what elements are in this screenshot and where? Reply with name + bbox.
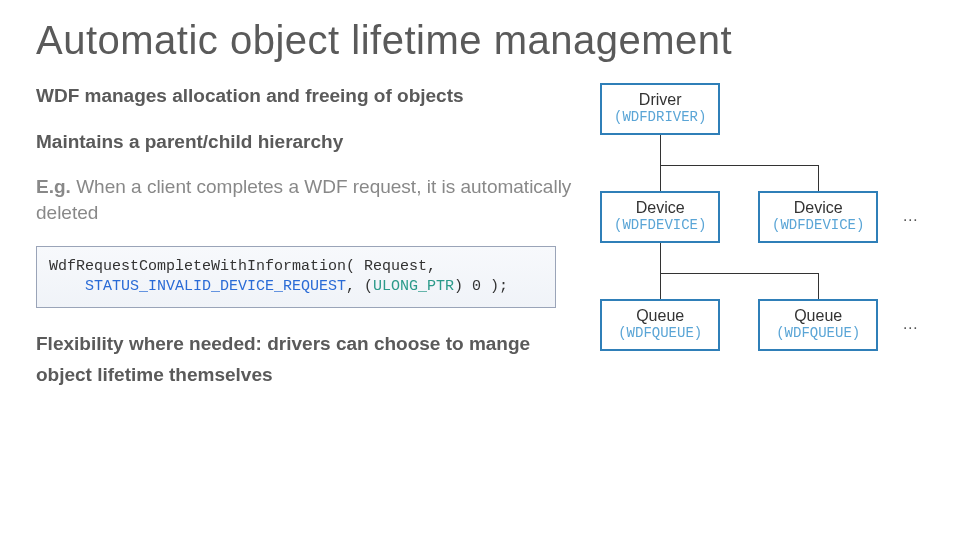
node-queue-1-label: Queue: [610, 307, 710, 325]
diagram: Driver (WDFDRIVER) Device (WDFDEVICE) De…: [580, 83, 943, 391]
left-column: WDF manages allocation and freeing of ob…: [36, 83, 580, 391]
node-queue-1-sub: (WDFQUEUE): [610, 325, 710, 341]
node-device-1: Device (WDFDEVICE): [600, 191, 720, 243]
node-queue-2-sub: (WDFQUEUE): [768, 325, 868, 341]
bullet-example: E.g. When a client completes a WDF reque…: [36, 174, 580, 225]
node-queue-2-label: Queue: [768, 307, 868, 325]
code-tail: ) 0 );: [454, 278, 508, 295]
node-device-2: Device (WDFDEVICE): [758, 191, 878, 243]
code-type: ULONG_PTR: [373, 278, 454, 295]
bullet-eg-prefix: E.g.: [36, 176, 76, 197]
bullet-wdf-manages: WDF manages allocation and freeing of ob…: [36, 83, 580, 109]
connector: [660, 135, 661, 165]
node-device-1-sub: (WDFDEVICE): [610, 217, 710, 233]
code-line1: WdfRequestCompleteWithInformation( Reque…: [49, 258, 436, 275]
slide-title: Automatic object lifetime management: [36, 18, 943, 63]
connector: [818, 273, 819, 299]
bullet-hierarchy: Maintains a parent/child hierarchy: [36, 129, 580, 155]
connector: [660, 273, 818, 274]
connector: [660, 243, 661, 273]
bullet-eg-body: When a client completes a WDF request, i…: [36, 176, 571, 223]
code-status-const: STATUS_INVALID_DEVICE_REQUEST: [85, 278, 346, 295]
code-indent: [49, 278, 85, 295]
connector: [818, 165, 819, 191]
content-row: WDF manages allocation and freeing of ob…: [36, 83, 943, 391]
node-driver: Driver (WDFDRIVER): [600, 83, 720, 135]
node-driver-sub: (WDFDRIVER): [610, 109, 710, 125]
node-device-2-sub: (WDFDEVICE): [768, 217, 868, 233]
node-driver-label: Driver: [610, 91, 710, 109]
ellipsis-queues: …: [902, 315, 918, 333]
ellipsis-devices: …: [902, 207, 918, 225]
node-queue-2: Queue (WDFQUEUE): [758, 299, 878, 351]
connector: [660, 273, 661, 299]
slide: Automatic object lifetime management WDF…: [0, 0, 979, 551]
connector: [660, 165, 818, 166]
node-device-2-label: Device: [768, 199, 868, 217]
node-device-1-label: Device: [610, 199, 710, 217]
connector: [660, 165, 661, 191]
node-queue-1: Queue (WDFQUEUE): [600, 299, 720, 351]
code-sep1: , (: [346, 278, 373, 295]
bullet-flexibility: Flexibility where needed: drivers can ch…: [36, 328, 580, 391]
code-block: WdfRequestCompleteWithInformation( Reque…: [36, 246, 556, 309]
